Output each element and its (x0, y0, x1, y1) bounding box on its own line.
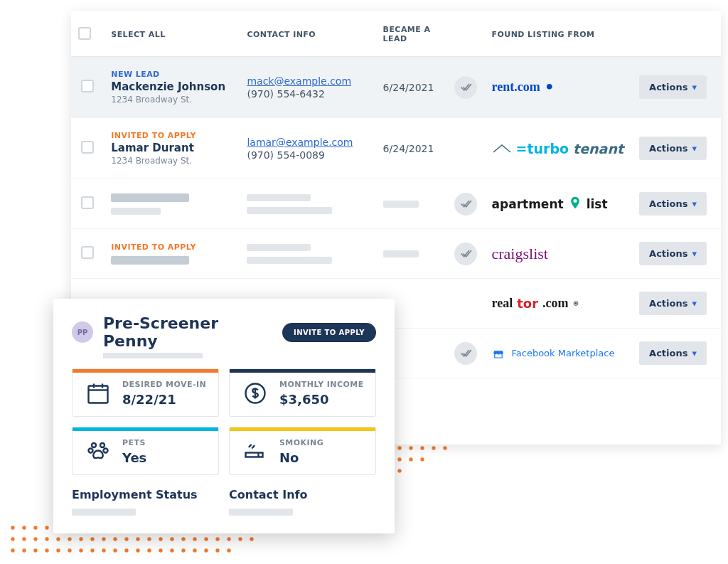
actions-button[interactable]: Actions▾ (639, 341, 707, 365)
svg-point-157 (397, 469, 401, 472)
svg-point-280 (159, 537, 162, 541)
placeholder-bar (72, 509, 136, 516)
svg-point-288 (250, 537, 253, 541)
actions-button[interactable]: Actions▾ (639, 75, 707, 99)
select-all-checkbox[interactable] (78, 27, 91, 40)
header-became: BECAME A LEAD (376, 11, 448, 57)
source-realtor-logo: realtor.com® (492, 296, 625, 311)
row-checkbox[interactable] (81, 196, 94, 209)
svg-point-307 (215, 548, 219, 552)
tile-smoking: SMOKING No (229, 427, 376, 475)
svg-rect-325 (246, 453, 263, 457)
header-checkbox-col (71, 11, 104, 57)
svg-point-115 (409, 446, 412, 449)
svg-point-114 (397, 446, 401, 449)
svg-point-136 (409, 457, 412, 461)
table-row: apartmentlistActions▾ (71, 179, 721, 229)
tile-value: 8/22/21 (122, 392, 206, 407)
placeholder-bar (111, 193, 189, 202)
svg-point-303 (170, 548, 173, 552)
svg-point-270 (45, 537, 48, 541)
paw-icon (84, 437, 112, 466)
caret-down-icon: ▾ (692, 82, 697, 92)
header-select-all[interactable]: SELECT ALL (104, 11, 240, 57)
header-from: FOUND LISTING FROM (485, 11, 632, 57)
svg-point-244 (22, 526, 26, 529)
svg-point-116 (420, 446, 424, 449)
svg-point-243 (11, 526, 14, 529)
placeholder-bar (247, 244, 311, 251)
lead-email-link[interactable]: mack@example.com (247, 75, 351, 87)
svg-point-323 (89, 449, 93, 453)
invite-to-apply-button[interactable]: INVITE TO APPLY (282, 323, 376, 342)
svg-point-282 (181, 537, 185, 541)
lead-email-link[interactable]: lamar@example.com (247, 137, 353, 148)
svg-point-301 (147, 548, 151, 552)
svg-point-272 (68, 537, 71, 541)
svg-point-287 (238, 537, 242, 541)
lead-status-tag: INVITED TO APPLY (111, 131, 232, 140)
caret-down-icon: ▾ (692, 198, 697, 209)
caret-down-icon: ▾ (692, 248, 697, 259)
actions-button[interactable]: Actions▾ (639, 292, 707, 315)
actions-button[interactable]: Actions▾ (639, 192, 707, 216)
svg-point-267 (11, 537, 14, 541)
source-facebook-marketplace-logo: Facebook Marketplace (492, 347, 625, 360)
svg-point-274 (90, 537, 94, 541)
calendar-icon (84, 379, 112, 408)
svg-point-246 (45, 526, 48, 529)
svg-point-117 (432, 446, 435, 449)
tile-value: No (279, 450, 323, 465)
double-check-icon (454, 193, 477, 216)
prescreener-card: PP Pre-Screener Penny INVITE TO APPLY DE… (53, 299, 395, 533)
lead-date: 6/24/2021 (383, 143, 434, 154)
placeholder-bar (247, 194, 311, 201)
lead-name[interactable]: Lamar Durant (111, 142, 232, 154)
tile-desired-movein: DESIRED MOVE-IN 8/22/21 (72, 368, 219, 417)
actions-button[interactable]: Actions▾ (639, 137, 707, 160)
cigarette-icon (241, 437, 269, 466)
section-contact-info: Contact Info (229, 488, 376, 501)
subtitle-placeholder (103, 353, 203, 358)
row-checkbox[interactable] (81, 246, 94, 259)
svg-point-289 (11, 548, 14, 552)
svg-point-300 (136, 548, 139, 552)
caret-down-icon: ▾ (692, 348, 697, 358)
section-employment: Employment Status (72, 488, 219, 501)
svg-point-278 (136, 537, 139, 541)
lead-address: 1234 Broadway St. (111, 95, 232, 105)
placeholder-bar (111, 256, 189, 265)
svg-point-271 (56, 537, 60, 541)
source-rent-logo: rent.com• (492, 80, 625, 95)
caret-down-icon: ▾ (692, 298, 697, 309)
tile-monthly-income: MONTHLY INCOME $3,650 (229, 368, 376, 417)
source-turbotenant-logo: =turbotenant (492, 141, 625, 156)
placeholder-bar (383, 250, 419, 257)
svg-point-284 (204, 537, 208, 541)
avatar: PP (72, 321, 93, 343)
actions-button[interactable]: Actions▾ (639, 242, 707, 265)
svg-point-118 (443, 446, 446, 449)
tile-label: MONTHLY INCOME (279, 380, 364, 390)
svg-rect-310 (89, 386, 108, 403)
svg-point-295 (79, 548, 82, 552)
tile-label: SMOKING (279, 438, 323, 448)
lead-name[interactable]: Mackenzie Johnson (111, 80, 232, 93)
lead-date: 6/24/2021 (383, 82, 434, 93)
row-checkbox[interactable] (81, 141, 94, 154)
tile-pets: PETS Yes (72, 427, 219, 475)
caret-down-icon: ▾ (692, 143, 697, 154)
svg-point-275 (102, 537, 105, 541)
svg-point-277 (124, 537, 128, 541)
tile-value: Yes (122, 450, 146, 465)
svg-point-283 (193, 537, 196, 541)
svg-point-308 (227, 548, 230, 552)
svg-point-292 (45, 548, 48, 552)
double-check-icon (454, 76, 477, 99)
svg-point-290 (22, 548, 26, 552)
svg-point-299 (124, 548, 128, 552)
svg-point-285 (215, 537, 219, 541)
svg-point-306 (204, 548, 208, 552)
row-checkbox[interactable] (81, 80, 94, 92)
svg-point-296 (90, 548, 94, 552)
